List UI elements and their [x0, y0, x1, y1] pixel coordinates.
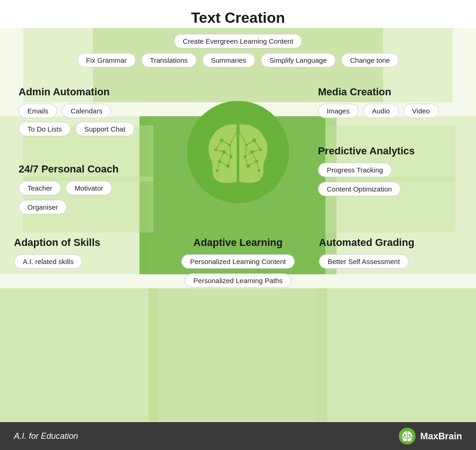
main-container: Text Creation Create Evergreen Learning … [0, 0, 476, 450]
right-column: Media Creation Images Audio Video Predic… [313, 81, 462, 223]
pill-content-optimization: Content Optimization [318, 182, 401, 196]
text-creation-row2: Fix Grammar Translations Summaries Simpl… [14, 53, 462, 67]
bottom-section: Adaption of Skills A.I. related skills A… [14, 237, 462, 288]
pill-emails: Emails [19, 104, 57, 118]
pill-personalized-paths: Personalized Learning Paths [185, 273, 291, 288]
pill-better-self-assessment: Better Self Assessment [319, 254, 409, 269]
brain-icon [196, 110, 280, 194]
personal-coach-title: 24/7 Personal Coach [19, 163, 163, 175]
adaptive-learning-pills: Personalized Learning Content Personaliz… [166, 254, 310, 288]
adaption-skills-title: Adaption of Skills [14, 237, 157, 249]
content-area: Text Creation Create Evergreen Learning … [0, 0, 476, 422]
maxbrain-logo-icon [399, 428, 416, 444]
automated-grading-title: Automated Grading [319, 237, 462, 249]
admin-automation-row2: To Do Lists Support Chat [19, 122, 163, 136]
footer: A.I. for Education MaxBrain [0, 422, 476, 450]
pill-organiser: Organiser [19, 200, 67, 214]
pill-video: Video [403, 104, 439, 118]
media-creation-section: Media Creation Images Audio Video [313, 81, 462, 126]
pill-change-tone: Change tone [341, 53, 399, 67]
pill-teacher: Teacher [19, 181, 61, 195]
pill-images: Images [318, 104, 358, 118]
admin-automation-row1: Emails Calendars [19, 104, 163, 118]
pill-simplify-language: Simplify Language [261, 53, 336, 67]
media-creation-title: Media Creation [318, 86, 462, 98]
footer-brand: MaxBrain [399, 428, 462, 444]
brain-icon-wrapper [187, 101, 289, 203]
left-column: Admin Automation Emails Calendars To Do … [14, 81, 163, 223]
adaption-skills-section: Adaption of Skills A.I. related skills [14, 237, 162, 288]
pill-translations: Translations [141, 53, 197, 67]
pill-calendars: Calendars [62, 104, 111, 118]
text-creation-row1: Create Evergreen Learning Content [14, 34, 462, 48]
predictive-analytics-section: Predictive Analytics Progress Tracking C… [313, 140, 462, 205]
pill-create-evergreen: Create Evergreen Learning Content [174, 34, 302, 48]
media-creation-pills: Images Audio Video [318, 104, 462, 118]
pill-audio: Audio [363, 104, 398, 118]
text-creation-section: Create Evergreen Learning Content Fix Gr… [14, 34, 462, 67]
personal-coach-pills: Teacher Motivator Organiser [19, 181, 163, 214]
pill-todo-lists: To Do Lists [19, 122, 71, 136]
predictive-analytics-pills: Progress Tracking Content Optimization [318, 163, 462, 196]
automated-grading-pills: Better Self Assessment [319, 254, 462, 269]
adaption-skills-pills: A.I. related skills [14, 254, 157, 269]
adaptive-learning-section: Adaptive Learning Personalized Learning … [162, 237, 314, 288]
pill-support-chat: Support Chat [75, 122, 134, 136]
pill-ai-skills: A.I. related skills [14, 254, 82, 269]
pill-personalized-content: Personalized Learning Content [181, 254, 295, 269]
footer-tagline: A.I. for Education [14, 431, 78, 441]
middle-section: Admin Automation Emails Calendars To Do … [14, 81, 462, 223]
personal-coach-section: 24/7 Personal Coach Teacher Motivator Or… [14, 159, 163, 223]
page-title: Text Creation [14, 9, 462, 26]
pill-fix-grammar: Fix Grammar [77, 53, 136, 67]
predictive-analytics-title: Predictive Analytics [318, 145, 462, 157]
adaptive-learning-title: Adaptive Learning [166, 237, 310, 249]
pill-summaries: Summaries [202, 53, 255, 67]
footer-brand-name: MaxBrain [420, 431, 462, 442]
automated-grading-section: Automated Grading Better Self Assessment [314, 237, 462, 288]
pill-motivator: Motivator [66, 181, 112, 195]
admin-automation-title: Admin Automation [19, 86, 163, 98]
admin-automation-section: Admin Automation Emails Calendars To Do … [14, 81, 163, 145]
pill-progress-tracking: Progress Tracking [318, 163, 392, 177]
center-column [163, 81, 313, 223]
